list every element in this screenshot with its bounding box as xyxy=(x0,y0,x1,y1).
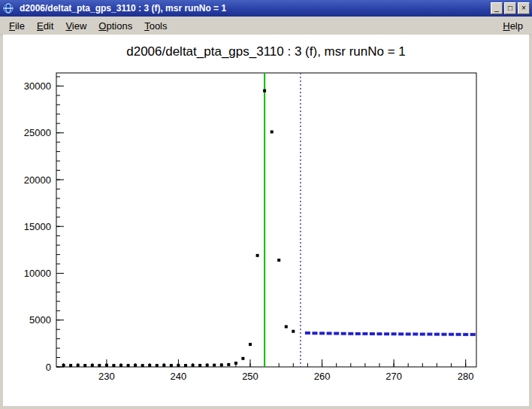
y-axis: 050001000015000200002500030000 xyxy=(24,77,64,373)
app-window: d2006/deltat_pta_gps_3110 : 3 (f), msr r… xyxy=(0,0,532,409)
histogram-data xyxy=(62,89,295,367)
app-icon xyxy=(2,2,14,14)
post-fgb-data xyxy=(305,332,476,336)
window-title: d2006/deltat_pta_gps_3110 : 3 (f), msr r… xyxy=(18,3,487,14)
close-button[interactable]: × xyxy=(518,2,530,14)
menu-help[interactable]: Help xyxy=(497,18,529,34)
titlebar[interactable]: d2006/deltat_pta_gps_3110 : 3 (f), msr r… xyxy=(0,0,532,17)
x-axis: 230240250260270280 xyxy=(64,359,474,382)
svg-text:250: 250 xyxy=(242,371,258,382)
titlebar-buttons: _ □ × xyxy=(491,2,530,14)
menu-edit[interactable]: Edit xyxy=(31,18,59,34)
svg-text:0: 0 xyxy=(46,362,51,373)
plot-area[interactable]: 2302402502602702800500010000150002000025… xyxy=(3,35,529,406)
menubar: File Edit View Options Tools Help xyxy=(0,17,532,35)
svg-text:240: 240 xyxy=(171,371,187,382)
svg-text:30000: 30000 xyxy=(24,80,51,92)
svg-text:260: 260 xyxy=(314,371,331,382)
svg-text:280: 280 xyxy=(458,371,474,382)
menu-options[interactable]: Options xyxy=(92,18,138,34)
svg-text:270: 270 xyxy=(385,371,402,382)
svg-text:10000: 10000 xyxy=(24,268,51,279)
plot-canvas[interactable]: d2006/deltat_pta_gps_3110 : 3 (f), msr r… xyxy=(3,35,529,406)
svg-text:5000: 5000 xyxy=(29,314,51,326)
svg-text:15000: 15000 xyxy=(24,221,51,232)
minimize-button[interactable]: _ xyxy=(491,2,503,14)
plot-frame xyxy=(56,73,476,367)
svg-text:230: 230 xyxy=(98,371,115,382)
menu-tools[interactable]: Tools xyxy=(138,18,173,34)
svg-text:25000: 25000 xyxy=(24,127,51,138)
maximize-button[interactable]: □ xyxy=(504,2,516,14)
menu-view[interactable]: View xyxy=(59,18,92,34)
svg-text:20000: 20000 xyxy=(24,174,51,186)
menu-file[interactable]: File xyxy=(3,18,31,34)
